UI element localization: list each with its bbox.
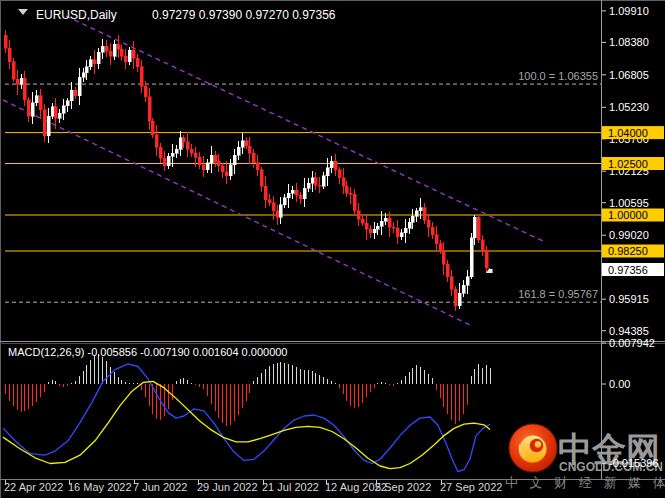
price-tick-label: 1.00595 xyxy=(609,197,649,209)
candle-bull xyxy=(287,193,290,197)
candle-bear xyxy=(342,178,345,186)
price-level-box-label: 1.00000 xyxy=(608,209,648,221)
candle-bull xyxy=(233,155,236,164)
price-tick-label: 1.05230 xyxy=(609,101,649,113)
candle-bear xyxy=(214,155,217,161)
candle-bull xyxy=(31,103,34,116)
candle-bear xyxy=(454,289,457,306)
candle-bear xyxy=(272,203,275,211)
symbol-dropdown-icon[interactable] xyxy=(18,9,28,15)
candle-bear xyxy=(431,227,434,234)
candle-bear xyxy=(435,235,438,244)
candle-bull xyxy=(206,163,209,170)
candle-bull xyxy=(326,168,329,176)
candle-bull xyxy=(97,52,100,63)
channel-upper-line[interactable] xyxy=(66,16,545,242)
candle-bear xyxy=(252,153,255,162)
candle-bear xyxy=(148,97,151,122)
macd-tick-label: -0.015396 xyxy=(609,457,659,469)
candle-bull xyxy=(470,238,473,277)
candle-bull xyxy=(311,178,314,183)
candle-bear xyxy=(349,193,352,194)
candle-bull xyxy=(411,216,414,222)
candle-bull xyxy=(58,113,61,118)
candle-bear xyxy=(93,60,96,64)
candle-bear xyxy=(109,51,112,56)
chart-title-symbol: EURUSD,Daily xyxy=(36,8,117,22)
candle-bear xyxy=(140,67,143,87)
price-axis-ticks[interactable]: 1.099101.083801.068051.052301.037001.021… xyxy=(602,5,649,337)
candle-bear xyxy=(202,165,205,170)
candle-bear xyxy=(194,153,197,157)
candle-bear xyxy=(314,178,317,185)
candle-bull xyxy=(373,229,376,232)
chart-canvas[interactable]: 中金网 CNGOLD.COM.CN 中 文 财 经 新 媒 体 EURUSD,D… xyxy=(0,0,665,498)
candle-bear xyxy=(221,166,224,172)
time-tick-label: 7 Jun 2022 xyxy=(133,481,187,493)
candle-bear xyxy=(365,223,368,229)
candle-bear xyxy=(299,195,302,198)
candle-bull xyxy=(408,222,411,228)
candle-bear xyxy=(43,110,46,136)
candle-bull xyxy=(330,161,333,167)
candle-bear xyxy=(39,96,42,110)
candle-bear xyxy=(334,161,337,169)
candle-bear xyxy=(54,107,57,118)
time-tick-label: 22 Apr 2022 xyxy=(4,481,63,493)
candle-bear xyxy=(225,172,228,176)
candle-bull xyxy=(473,217,476,238)
candle-bear xyxy=(477,217,480,240)
candle-bear xyxy=(248,146,251,153)
candle-bear xyxy=(361,219,364,223)
candle-bull xyxy=(20,78,23,84)
candle-bear xyxy=(345,186,348,193)
candle-bull xyxy=(167,156,170,165)
time-axis-labels[interactable]: 22 Apr 202216 May 20227 Jun 202229 Jun 2… xyxy=(4,480,502,493)
candle-bull xyxy=(66,101,69,106)
candle-bull xyxy=(279,205,282,217)
candle-bull xyxy=(101,46,104,52)
candle-bear xyxy=(357,211,360,219)
time-tick-label: 5 Sep 2022 xyxy=(375,481,431,493)
candle-bear xyxy=(256,163,259,170)
price-tick-label: 1.06805 xyxy=(609,69,649,81)
candle-bear xyxy=(318,185,321,186)
time-tick-label: 29 Jun 2022 xyxy=(197,481,258,493)
candle-bull xyxy=(237,147,240,155)
candle-bear xyxy=(151,121,154,134)
candle-bear xyxy=(217,161,220,165)
candle-bull xyxy=(466,277,469,285)
current-price-label: 0.97356 xyxy=(608,264,648,276)
fibo-label-100: 100.0 = 1.06355 xyxy=(518,70,598,82)
candle-bull xyxy=(415,211,418,216)
price-tick-label: 1.08380 xyxy=(609,36,649,48)
price-level-box-label: 1.04000 xyxy=(608,127,648,139)
price-tick-label: 1.09910 xyxy=(609,5,649,17)
candle-bull xyxy=(82,73,85,77)
candle-bear xyxy=(442,251,445,264)
candle-bull xyxy=(62,106,65,113)
price-level-box-label: 0.98250 xyxy=(608,245,648,257)
candle-bear xyxy=(392,227,395,228)
candle-bear xyxy=(105,46,108,51)
price-tick-label: 0.95915 xyxy=(609,293,649,305)
candle-bull xyxy=(179,138,182,149)
candle-bear xyxy=(136,58,139,66)
candle-bear xyxy=(485,250,488,268)
candle-bear xyxy=(446,264,449,276)
channel-lower-line[interactable] xyxy=(3,100,470,325)
candle-bear xyxy=(190,149,193,153)
trend-channel-lines[interactable] xyxy=(3,16,545,325)
candle-bull xyxy=(419,208,422,211)
candle-bear xyxy=(4,35,7,48)
candle-bear xyxy=(155,135,158,147)
macd-tick-label: 0.00 xyxy=(609,378,630,390)
candle-bear xyxy=(450,277,453,289)
candle-bear xyxy=(295,190,298,195)
candle-bear xyxy=(439,244,442,251)
candle-bull xyxy=(175,149,178,153)
price-tick-label: 0.99020 xyxy=(609,229,649,241)
candle-bear xyxy=(182,138,185,142)
candle-bear xyxy=(23,78,26,100)
candle-bull xyxy=(241,141,244,147)
